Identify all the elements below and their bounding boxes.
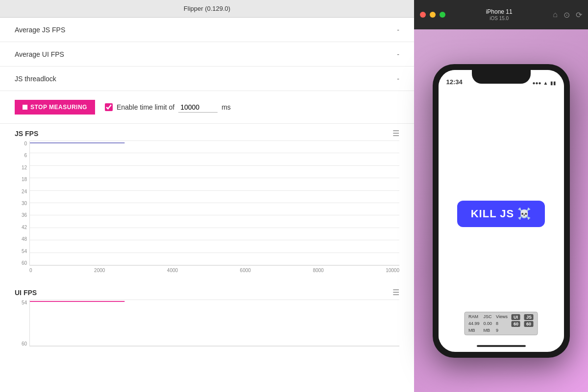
traffic-light-red[interactable] bbox=[420, 12, 426, 18]
ui-fps-svg bbox=[30, 300, 399, 346]
sim-title-info: iPhone 11 iOS 15.0 bbox=[449, 8, 549, 21]
iphone-app-content: KILL JS ☠️ RAM JSC Views UI JS 44.99 0.0… bbox=[439, 88, 564, 340]
iphone-time: 12:34 bbox=[446, 78, 463, 86]
flipper-titlebar: Flipper (0.129.0) bbox=[0, 0, 414, 18]
time-limit-control: Enable time limit of ms bbox=[105, 102, 231, 113]
metrics-section: Average JS FPS - Average UI FPS - JS thr… bbox=[0, 18, 414, 124]
js-fps-menu-icon[interactable]: ☰ bbox=[392, 129, 399, 138]
js-fps-chart-header: JS FPS ☰ bbox=[15, 129, 399, 138]
time-limit-input[interactable] bbox=[178, 102, 218, 113]
traffic-light-green[interactable] bbox=[440, 12, 445, 18]
controls-row: STOP MEASURING Enable time limit of ms bbox=[0, 91, 414, 124]
stop-btn-label: STOP MEASURING bbox=[30, 104, 87, 111]
js-fps-chart-area bbox=[29, 141, 399, 266]
time-limit-label: Enable time limit of bbox=[117, 103, 174, 111]
flipper-title: Flipper (0.129.0) bbox=[184, 5, 230, 12]
wifi-icon: ▲ bbox=[543, 80, 548, 86]
ram-unit: MB bbox=[468, 328, 480, 333]
iphone-frame: 12:34 ●●● ▲ ▮▮ KILL JS ☠️ RAM JSC Views bbox=[433, 64, 570, 358]
kill-js-button[interactable]: KILL JS ☠️ bbox=[457, 201, 545, 227]
jsc-label: JSC bbox=[484, 314, 492, 320]
metric-label-threadlock: JS threadlock bbox=[15, 75, 397, 83]
time-limit-checkbox[interactable] bbox=[105, 103, 113, 111]
iphone-status-icons: ●●● ▲ ▮▮ bbox=[532, 80, 556, 86]
js-fps-section: JS FPS ☰ 60 54 48 42 36 30 24 18 12 6 0 bbox=[0, 124, 414, 278]
iphone-home-indicator bbox=[439, 340, 564, 352]
js-label: JS bbox=[524, 314, 534, 320]
ui-fps-title: UI FPS bbox=[15, 289, 37, 297]
ui-fps-chart-header: UI FPS ☰ bbox=[15, 288, 399, 297]
sim-device-name: iPhone 11 bbox=[486, 8, 513, 15]
metric-label-ui-fps: Average UI FPS bbox=[15, 50, 397, 58]
jsc-value: 0.00 bbox=[484, 321, 492, 327]
js-fps-y-axis: 60 54 48 42 36 30 24 18 12 6 0 bbox=[15, 141, 27, 266]
js-fps-chart-container: 60 54 48 42 36 30 24 18 12 6 0 bbox=[29, 141, 399, 278]
ram-label: RAM bbox=[468, 314, 480, 320]
metric-label-js-fps: Average JS FPS bbox=[15, 26, 397, 34]
rotate-icon[interactable]: ⟳ bbox=[576, 10, 582, 20]
sim-controls: ⌂ ⊙ ⟳ bbox=[553, 10, 582, 20]
metric-value-threadlock: - bbox=[397, 75, 399, 83]
js-fps-title: JS FPS bbox=[15, 130, 38, 138]
flipper-panel: Flipper (0.129.0) Average JS FPS - Avera… bbox=[0, 0, 414, 392]
metric-row-threadlock: JS threadlock - bbox=[0, 67, 414, 91]
signal-icon: ●●● bbox=[532, 80, 541, 86]
iphone-screen: 12:34 ●●● ▲ ▮▮ KILL JS ☠️ RAM JSC Views bbox=[439, 70, 564, 352]
js-value: 60 bbox=[524, 321, 534, 327]
metric-row-ui-fps: Average UI FPS - bbox=[0, 42, 414, 67]
js-fps-svg bbox=[30, 141, 399, 265]
stop-measuring-button[interactable]: STOP MEASURING bbox=[15, 100, 95, 115]
flipper-content: Average JS FPS - Average UI FPS - JS thr… bbox=[0, 18, 414, 392]
ui-fps-x-axis bbox=[29, 346, 399, 350]
lock-icon[interactable]: ⊙ bbox=[564, 10, 570, 20]
ui-fps-chart-container: 60 54 bbox=[29, 300, 399, 359]
js-fps-x-axis: 0 2000 4000 6000 8000 10000 bbox=[29, 266, 399, 275]
metric-value-js-fps: - bbox=[397, 26, 399, 34]
iphone-body: 12:34 ●●● ▲ ▮▮ KILL JS ☠️ RAM JSC Views bbox=[414, 29, 588, 392]
ui-fps-section: UI FPS ☰ 60 54 bbox=[0, 283, 414, 359]
views-bottom: 9 bbox=[496, 328, 508, 333]
metric-value-ui-fps: - bbox=[397, 50, 399, 58]
views-label: Views bbox=[496, 314, 508, 320]
iphone-simulator-panel: iPhone 11 iOS 15.0 ⌂ ⊙ ⟳ 12:34 ●●● ▲ ▮▮ bbox=[414, 0, 588, 392]
ui-label: UI bbox=[512, 314, 520, 320]
ui-value: 60 bbox=[512, 321, 520, 327]
kill-js-label: KILL JS ☠️ bbox=[471, 208, 532, 220]
ui-fps-menu-icon[interactable]: ☰ bbox=[392, 288, 399, 297]
views-top: 8 bbox=[496, 321, 508, 327]
stop-icon bbox=[23, 105, 27, 110]
jsc-unit: MB bbox=[484, 328, 492, 333]
battery-icon: ▮▮ bbox=[550, 80, 556, 86]
time-limit-unit: ms bbox=[221, 103, 231, 111]
ui-fps-y-axis: 60 54 bbox=[15, 300, 27, 346]
traffic-light-yellow[interactable] bbox=[430, 12, 436, 18]
ui-fps-chart-area bbox=[29, 300, 399, 346]
home-bar bbox=[477, 345, 526, 347]
sim-ios-version: iOS 15.0 bbox=[490, 16, 509, 21]
debug-bar: RAM JSC Views UI JS 44.99 0.00 8 60 60 M… bbox=[464, 312, 538, 335]
iphone-notch bbox=[472, 70, 531, 84]
iphone-notch-area: 12:34 ●●● ▲ ▮▮ bbox=[439, 70, 564, 88]
simulator-titlebar: iPhone 11 iOS 15.0 ⌂ ⊙ ⟳ bbox=[414, 0, 588, 29]
home-icon[interactable]: ⌂ bbox=[553, 10, 558, 19]
ram-value: 44.99 bbox=[468, 321, 480, 327]
metric-row-js-fps: Average JS FPS - bbox=[0, 18, 414, 42]
